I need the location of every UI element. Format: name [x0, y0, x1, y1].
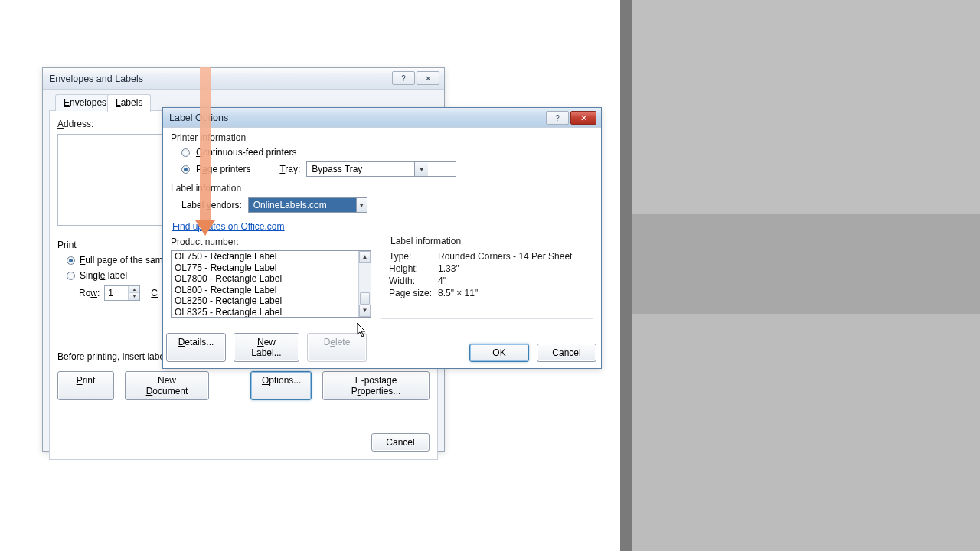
- scrollbar[interactable]: ▲ ▼: [358, 251, 371, 317]
- background-panel-top: [632, 0, 980, 214]
- row-label: Row:: [79, 288, 100, 298]
- info-height-val: 1.33": [438, 263, 459, 274]
- info-width-val: 4": [438, 276, 446, 286]
- titlebar: Envelopes and Labels ? ✕: [43, 68, 444, 90]
- scroll-down-icon[interactable]: ▼: [359, 305, 371, 317]
- info-height-key: Height:: [389, 263, 438, 274]
- options-button[interactable]: Options...: [250, 371, 312, 400]
- radio-page-printers[interactable]: [181, 165, 190, 174]
- list-item[interactable]: OL800 - Rectangle Label: [172, 285, 358, 296]
- close-button[interactable]: ✕: [416, 71, 439, 85]
- vendors-combobox[interactable]: OnlineLabels.com ▼: [248, 197, 368, 213]
- dialog-title: Envelopes and Labels: [49, 73, 143, 84]
- chevron-down-icon[interactable]: ▼: [414, 162, 428, 176]
- info-pagesize-key: Page size:: [389, 288, 438, 298]
- radio-single-label[interactable]: [67, 272, 75, 280]
- list-item[interactable]: OL775 - Rectangle Label: [172, 262, 358, 274]
- tab-envelopes[interactable]: Envelopes: [55, 94, 115, 111]
- tab-labels-underline: L: [116, 97, 121, 108]
- details-button[interactable]: Details...: [166, 333, 226, 362]
- spinner-up-icon[interactable]: ▲: [129, 286, 139, 293]
- mouse-cursor-icon: [357, 323, 368, 338]
- callout-arrow: [198, 67, 213, 236]
- radio-single-label-text: Single label: [80, 270, 127, 281]
- help-button[interactable]: ?: [392, 71, 415, 85]
- vendors-value: OnlineLabels.com: [249, 198, 356, 212]
- tab-labels[interactable]: Labels: [107, 94, 151, 112]
- options-body: Printer information Continuous-feed prin…: [163, 128, 601, 368]
- print-button[interactable]: Print: [57, 371, 114, 400]
- options-close-button[interactable]: ✕: [570, 111, 596, 125]
- product-number-label: Product number:: [171, 236, 371, 247]
- spinner-down-icon[interactable]: ▼: [129, 293, 139, 300]
- tab-envelopes-label: nvelopes: [70, 97, 106, 108]
- list-item[interactable]: OL8325 - Rectangle Label: [172, 307, 358, 318]
- radio-full-page[interactable]: [67, 256, 75, 265]
- find-updates-link[interactable]: Find updates on Office.com: [172, 221, 285, 232]
- tab-envelopes-underline: E: [64, 97, 70, 108]
- svg-marker-0: [357, 323, 365, 337]
- tray-value: Bypass Tray: [307, 162, 414, 176]
- scrollbar-track[interactable]: [359, 263, 371, 305]
- ok-button[interactable]: OK: [469, 344, 529, 362]
- epostage-button[interactable]: E-postage Properties...: [322, 371, 430, 400]
- radio-full-page-label: Full page of the sam: [80, 255, 163, 266]
- tab-labels-label: abels: [121, 97, 143, 108]
- label-info-frame: Label information Type:Rounded Corners -…: [381, 243, 593, 319]
- label-options-dialog: Label Options ? ✕ Printer information Co…: [162, 107, 602, 369]
- new-document-button[interactable]: New Document: [125, 371, 209, 400]
- col-cutoff-label: C: [151, 288, 158, 298]
- chevron-down-icon[interactable]: ▼: [356, 198, 367, 212]
- background-divider: [620, 0, 632, 551]
- scrollbar-thumb[interactable]: [360, 292, 370, 305]
- list-item[interactable]: OL750 - Rectangle Label: [172, 251, 358, 262]
- radio-continuous-feed[interactable]: [181, 148, 190, 157]
- tray-combobox[interactable]: Bypass Tray ▼: [306, 161, 456, 177]
- scroll-up-icon[interactable]: ▲: [359, 251, 371, 263]
- options-cancel-button[interactable]: Cancel: [537, 344, 596, 362]
- product-listbox[interactable]: OL750 - Rectangle Label OL775 - Rectangl…: [171, 250, 371, 318]
- options-titlebar: Label Options ? ✕: [163, 108, 601, 128]
- info-type-val: Rounded Corners - 14 Per Sheet: [438, 251, 572, 262]
- info-width-key: Width:: [389, 276, 438, 286]
- product-list-items: OL750 - Rectangle Label OL775 - Rectangl…: [172, 251, 358, 317]
- options-help-button[interactable]: ?: [546, 111, 569, 125]
- background-panel-bot: [632, 314, 980, 551]
- row-spinner[interactable]: ▲ ▼: [104, 285, 140, 301]
- printer-info-label: Printer information: [171, 132, 593, 143]
- list-item[interactable]: OL8250 - Rectangle Label: [172, 295, 358, 307]
- label-info-heading: Label information: [387, 236, 472, 246]
- cancel-button[interactable]: Cancel: [371, 433, 430, 452]
- info-type-key: Type:: [389, 251, 438, 262]
- info-pagesize-val: 8.5" × 11": [438, 288, 478, 298]
- tray-label: Tray:: [279, 164, 300, 174]
- row-input[interactable]: [105, 286, 128, 300]
- background-panel-mid: [632, 214, 980, 314]
- list-item[interactable]: OL7800 - Rectangle Label: [172, 273, 358, 285]
- new-label-button[interactable]: New Label...: [234, 333, 299, 362]
- label-info-section: Label information: [171, 183, 593, 194]
